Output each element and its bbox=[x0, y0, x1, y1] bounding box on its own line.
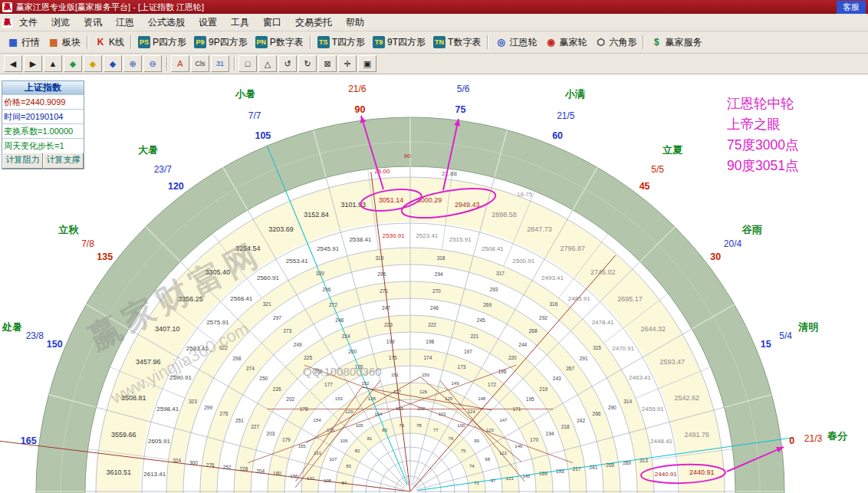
chart-area[interactable]: 7374757677787980818283849798991001011021… bbox=[0, 74, 868, 493]
ring-cell-value: 124 bbox=[468, 409, 476, 414]
pointer-tool[interactable]: ▲ bbox=[44, 55, 62, 72]
forward-button[interactable]: ▶ bbox=[24, 55, 42, 72]
ring-cell-value: 273 bbox=[283, 328, 291, 334]
price-ring-outer-value: 3203.69 bbox=[268, 225, 294, 233]
price-ring-inner-value: 2545.91 bbox=[317, 245, 339, 252]
ring-cell-value: 203 bbox=[267, 431, 275, 436]
annotation-text: 90度3051点 bbox=[727, 158, 798, 173]
zoom-in-button[interactable]: ⊕ bbox=[123, 55, 142, 72]
ring-cell-value: 121 bbox=[506, 476, 515, 481]
toolbar-item-行情[interactable]: ▦行情 bbox=[3, 35, 44, 51]
solar-term-label: 小暑 bbox=[235, 88, 255, 100]
kline-icon: K bbox=[94, 36, 107, 48]
crosshair-tool[interactable]: ✛ bbox=[338, 55, 357, 72]
delete-tool[interactable]: ⊠ bbox=[318, 55, 337, 72]
ring-cell-value: 248 bbox=[335, 317, 344, 323]
ring-cell-value: 74 bbox=[469, 464, 475, 468]
menu-item-帮助[interactable]: 帮助 bbox=[339, 15, 371, 31]
zoom-out-button[interactable]: ⊖ bbox=[143, 55, 162, 72]
price-ring-outer-value: 3559.66 bbox=[111, 431, 136, 439]
ring-cell-value: 250 bbox=[259, 376, 268, 381]
ring-cell-value: 249 bbox=[294, 342, 302, 347]
window-title: 赢家江恩专业版[赢家服务平台] - [上证指数 江恩轮] bbox=[16, 2, 204, 13]
rotate-right-button[interactable]: ↻ bbox=[298, 55, 317, 72]
ring-cell-value: 151 bbox=[391, 373, 399, 377]
back-button[interactable]: ◀ bbox=[4, 55, 22, 72]
ring-cell-value: 73 bbox=[474, 481, 479, 485]
rotate-left-button[interactable]: ↺ bbox=[278, 55, 297, 72]
titlebar: 赢 赢家江恩专业版[赢家服务平台] - [上证指数 江恩轮] 客服 bbox=[0, 0, 868, 14]
toolbar-item-P四方形[interactable]: PSP四方形 bbox=[134, 35, 190, 51]
toolbar-item-T数字表[interactable]: TNT数字表 bbox=[429, 35, 485, 51]
ring-cell-value: 275 bbox=[220, 411, 229, 416]
diamond-blue-tool[interactable]: ◆ bbox=[104, 55, 122, 72]
ring-cell-value: 180 bbox=[273, 471, 281, 476]
menu-item-浏览[interactable]: 浏览 bbox=[44, 15, 77, 31]
rect-tool[interactable]: □ bbox=[238, 55, 257, 72]
calc-button-计算支撑[interactable]: 计算支撑 bbox=[43, 153, 84, 169]
diamond-yellow-tool[interactable]: ◆ bbox=[84, 55, 102, 72]
menu-item-资讯[interactable]: 资讯 bbox=[77, 15, 109, 31]
price-ring-outer-value: 3152.84 bbox=[304, 211, 329, 219]
triangle-tool[interactable]: △ bbox=[258, 55, 277, 72]
date-label: 21/5 bbox=[557, 110, 575, 121]
toolbar-item-江恩轮[interactable]: ◎江恩轮 bbox=[491, 35, 541, 51]
text-tool[interactable]: A bbox=[171, 55, 189, 72]
gann-wheel[interactable]: 7374757677787980818283849798991001011021… bbox=[0, 74, 868, 493]
menu-item-交易委托[interactable]: 交易委托 bbox=[288, 15, 339, 31]
ring-cell-value: 314 bbox=[623, 399, 632, 404]
ring-cell-value: 76 bbox=[449, 436, 454, 441]
price-ring-inner-value: 2493.41 bbox=[541, 274, 564, 281]
toolbar-item-赢家轮[interactable]: ◉赢家轮 bbox=[541, 35, 590, 51]
toolbar-item-赢家服务[interactable]: $赢家服务 bbox=[646, 35, 705, 51]
ring-cell-value: 244 bbox=[518, 342, 527, 347]
ring-cell-value: 225 bbox=[304, 355, 312, 360]
ring-cell-value: 194 bbox=[546, 431, 554, 436]
menu-item-窗口[interactable]: 窗口 bbox=[256, 15, 288, 31]
ring-cell-value: 123 bbox=[486, 428, 495, 432]
ring-cell-value: 242 bbox=[577, 418, 585, 423]
calendar-button[interactable]: 31 bbox=[211, 55, 229, 72]
ring-cell-value: 292 bbox=[539, 315, 547, 320]
info-field: 时间=20190104 bbox=[2, 109, 84, 123]
toolbar-label: P四方形 bbox=[153, 36, 186, 49]
solar-term-label: 小满 bbox=[564, 88, 585, 100]
toolbar-item-P数字表[interactable]: PNP数字表 bbox=[252, 35, 307, 51]
menu-item-工具[interactable]: 工具 bbox=[224, 15, 256, 31]
service-button[interactable]: 客服 bbox=[837, 1, 866, 14]
9p-square-icon: P9 bbox=[194, 36, 206, 48]
date-label: 5/4 bbox=[779, 330, 792, 341]
toolbar-label: 9P四方形 bbox=[209, 36, 248, 49]
ring-cell-value: 82 bbox=[355, 449, 360, 453]
ring-cell-value: 178 bbox=[300, 406, 308, 412]
ring-cell-value: 107 bbox=[329, 457, 337, 462]
ring-cell-value: 171 bbox=[512, 406, 521, 412]
toolbar-item-板块[interactable]: ▩板块 bbox=[44, 35, 84, 51]
toolbar-label: K线 bbox=[109, 36, 124, 49]
ring-cell-value: 169 bbox=[539, 471, 547, 476]
price-ring-outer-value: 2440.91 bbox=[689, 468, 715, 476]
ring-cell-value: 226 bbox=[273, 386, 281, 392]
menu-item-设置[interactable]: 设置 bbox=[192, 15, 224, 31]
info-field: 周天变化步长=1 bbox=[2, 138, 84, 153]
toolbar-item-六角形[interactable]: ⬡六角形 bbox=[590, 35, 640, 51]
diamond-green-tool[interactable]: ◆ bbox=[64, 55, 82, 72]
toolbar-item-K线[interactable]: KK线 bbox=[90, 35, 128, 51]
screen-tool[interactable]: ▣ bbox=[358, 55, 376, 72]
menu-item-文件[interactable]: 文件 bbox=[12, 15, 44, 31]
toolbar-item-9T四方形[interactable]: T99T四方形 bbox=[369, 35, 429, 51]
t-square-icon: TS bbox=[317, 36, 330, 48]
sub-degree-label: 90 bbox=[404, 153, 411, 159]
price-ring-outer-value: 2949.43 bbox=[455, 201, 480, 209]
menu-item-江恩[interactable]: 江恩 bbox=[109, 15, 141, 31]
toolbar-item-T四方形[interactable]: TST四方形 bbox=[314, 35, 369, 51]
ring-cell-value: 295 bbox=[377, 271, 386, 277]
price-ring-inner-value: 2598.41 bbox=[156, 406, 179, 412]
ring-cell-value: 126 bbox=[419, 389, 428, 394]
clear-button[interactable]: Cls bbox=[191, 55, 209, 72]
blocks-icon: ▩ bbox=[48, 36, 60, 48]
calc-button-计算阻力[interactable]: 计算阻力 bbox=[2, 153, 43, 169]
menu-item-公式选股[interactable]: 公式选股 bbox=[141, 15, 192, 31]
solar-term-label: 立秋 bbox=[58, 224, 79, 235]
toolbar-item-9P四方形[interactable]: P99P四方形 bbox=[190, 35, 252, 51]
